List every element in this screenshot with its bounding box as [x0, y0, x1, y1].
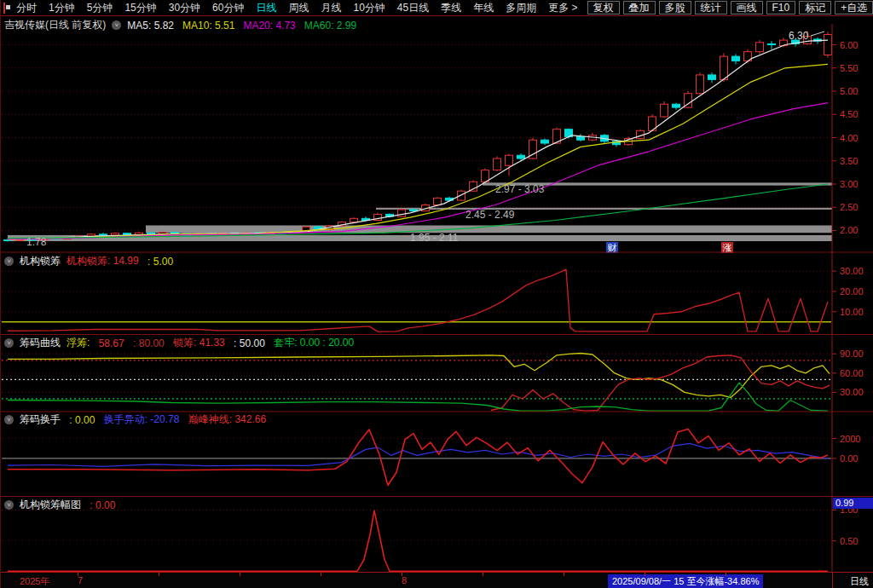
charts-canvas: 1.781.95 - 2.112.45 - 2.492.97 - 3.036.3… [1, 0, 873, 588]
svg-text:1.95 - 2.11: 1.95 - 2.11 [410, 232, 459, 244]
svg-text:2.50: 2.50 [840, 202, 858, 212]
axis-tick [564, 573, 564, 576]
svg-text:5.00: 5.00 [840, 86, 858, 96]
axis-tick [321, 573, 321, 576]
svg-text:财: 财 [608, 243, 617, 253]
svg-text:3.00: 3.00 [840, 179, 858, 189]
current-value-badge: 0.99 [833, 498, 873, 509]
axis-month-label: 8 [402, 575, 407, 585]
axis-tick [726, 573, 726, 576]
svg-text:6.30: 6.30 [789, 30, 809, 42]
svg-text:60.00: 60.00 [840, 368, 864, 378]
svg-text:5.50: 5.50 [840, 63, 858, 73]
axis-tick [240, 573, 240, 576]
svg-text:2.97 - 3.03: 2.97 - 3.03 [495, 183, 545, 195]
trading-app-window: 分时1分钟5分钟15分钟30分钟60分钟日线周线月线10分钟45日线季线年线多周… [0, 0, 873, 588]
svg-text:20.00: 20.00 [840, 286, 864, 297]
svg-text:6.00: 6.00 [840, 40, 858, 50]
svg-text:0.50: 0.50 [840, 536, 858, 546]
axis-divider [832, 573, 833, 588]
time-axis-bar: 2025年 2025/09/08/一 15 至今涨幅-34.86% 日线 78 [1, 572, 873, 588]
svg-text:涨: 涨 [723, 243, 732, 253]
svg-text:4.50: 4.50 [840, 109, 858, 119]
axis-year-label: 2025年 [20, 575, 49, 588]
svg-text:90.00: 90.00 [840, 349, 864, 359]
svg-text:4.00: 4.00 [840, 133, 858, 143]
period-label[interactable]: 日线 [850, 575, 869, 588]
svg-text:30.00: 30.00 [840, 266, 864, 276]
axis-tick [159, 573, 159, 576]
svg-text:30.00: 30.00 [840, 387, 864, 397]
svg-text:2.45 - 2.49: 2.45 - 2.49 [465, 209, 515, 221]
svg-text:0.00: 0.00 [840, 453, 858, 464]
svg-text:3.50: 3.50 [840, 156, 858, 166]
svg-text:2.00: 2.00 [840, 225, 858, 235]
svg-text:1.78: 1.78 [26, 236, 47, 248]
axis-tick [402, 573, 402, 576]
date-range-badge: 2025/09/08/一 15 至今涨幅-34.86% [608, 574, 763, 588]
svg-text:2000: 2000 [840, 434, 860, 444]
axis-tick [483, 573, 483, 576]
axis-tick [78, 573, 78, 576]
svg-text:10.00: 10.00 [840, 307, 864, 317]
axis-month-label: 7 [78, 575, 83, 585]
axis-tick [645, 573, 645, 576]
